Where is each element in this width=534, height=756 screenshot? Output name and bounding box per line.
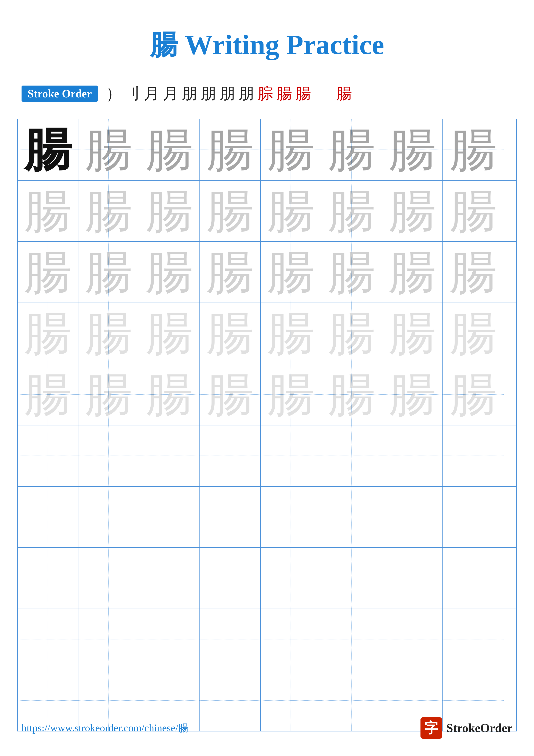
grid-cell-3-7[interactable]: 腸 (382, 242, 443, 303)
grid-cell-7-3[interactable] (139, 487, 200, 547)
practice-char: 腸 (206, 310, 254, 357)
stroke-3: 月 (144, 83, 159, 104)
grid-cell-3-6[interactable]: 腸 (321, 242, 382, 303)
grid-cell-6-8[interactable] (443, 425, 504, 486)
practice-char: 腸 (85, 249, 132, 296)
practice-char: 腸 (146, 371, 193, 418)
grid-cell-4-3[interactable]: 腸 (139, 303, 200, 364)
footer-brand: 字 StrokeOrder (420, 717, 513, 739)
grid-cell-5-1[interactable]: 腸 (18, 364, 78, 425)
grid-cell-4-5[interactable]: 腸 (261, 303, 321, 364)
grid-cell-7-8[interactable] (443, 487, 504, 547)
grid-cell-9-7[interactable] (382, 609, 443, 670)
practice-char: 腸 (267, 187, 315, 235)
grid-cell-1-5[interactable]: 腸 (261, 120, 321, 180)
grid-cell-5-6[interactable]: 腸 (321, 364, 382, 425)
grid-cell-2-7[interactable]: 腸 (382, 180, 443, 241)
grid-cell-9-3[interactable] (139, 609, 200, 670)
grid-cell-6-3[interactable] (139, 425, 200, 486)
grid-cell-1-7[interactable]: 腸 (382, 120, 443, 180)
grid-cell-5-8[interactable]: 腸 (443, 364, 504, 425)
grid-cell-1-8[interactable]: 腸 (443, 120, 504, 180)
practice-char: 腸 (24, 310, 71, 357)
grid-cell-1-1[interactable]: 腸 (18, 120, 78, 180)
grid-cell-4-7[interactable]: 腸 (382, 303, 443, 364)
grid-cell-4-8[interactable]: 腸 (443, 303, 504, 364)
grid-cell-8-7[interactable] (382, 548, 443, 608)
grid-cell-2-3[interactable]: 腸 (139, 180, 200, 241)
practice-char: 腸 (24, 371, 71, 418)
brand-name: StrokeOrder (446, 721, 513, 735)
grid-cell-4-2[interactable]: 腸 (78, 303, 139, 364)
grid-cell-7-1[interactable] (18, 487, 78, 547)
grid-cell-6-1[interactable] (18, 425, 78, 486)
grid-cell-1-4[interactable]: 腸 (200, 120, 261, 180)
grid-cell-3-2[interactable]: 腸 (78, 242, 139, 303)
grid-cell-4-6[interactable]: 腸 (321, 303, 382, 364)
grid-cell-6-2[interactable] (78, 425, 139, 486)
grid-cell-2-1[interactable]: 腸 (18, 180, 78, 241)
grid-cell-1-2[interactable]: 腸 (78, 120, 139, 180)
grid-cell-2-4[interactable]: 腸 (200, 180, 261, 241)
grid-cell-7-4[interactable] (200, 487, 261, 547)
grid-cell-1-3[interactable]: 腸 (139, 120, 200, 180)
grid-cell-8-4[interactable] (200, 548, 261, 608)
practice-char: 腸 (449, 126, 497, 174)
practice-char: 腸 (85, 126, 132, 174)
grid-cell-3-4[interactable]: 腸 (200, 242, 261, 303)
practice-char: 腸 (389, 310, 436, 357)
title-character: 腸 (150, 29, 178, 60)
grid-cell-3-1[interactable]: 腸 (18, 242, 78, 303)
grid-cell-6-7[interactable] (382, 425, 443, 486)
grid-cell-5-5[interactable]: 腸 (261, 364, 321, 425)
stroke-9: 腙 (258, 83, 273, 104)
grid-cell-9-8[interactable] (443, 609, 504, 670)
practice-char: 腸 (267, 126, 315, 174)
practice-char: 腸 (328, 310, 375, 357)
grid-cell-5-2[interactable]: 腸 (78, 364, 139, 425)
stroke-8: 朋 (239, 83, 254, 104)
grid-cell-2-6[interactable]: 腸 (321, 180, 382, 241)
grid-cell-8-3[interactable] (139, 548, 200, 608)
grid-cell-8-6[interactable] (321, 548, 382, 608)
grid-cell-7-2[interactable] (78, 487, 139, 547)
grid-cell-9-4[interactable] (200, 609, 261, 670)
stroke-7: 朋 (220, 83, 235, 104)
grid-cell-5-3[interactable]: 腸 (139, 364, 200, 425)
grid-cell-9-1[interactable] (18, 609, 78, 670)
grid-cell-5-4[interactable]: 腸 (200, 364, 261, 425)
practice-char: 腸 (24, 187, 71, 235)
grid-cell-9-5[interactable] (261, 609, 321, 670)
grid-cell-7-7[interactable] (382, 487, 443, 547)
grid-cell-3-5[interactable]: 腸 (261, 242, 321, 303)
grid-row-3: 腸 腸 腸 腸 腸 腸 腸 腸 (18, 242, 516, 303)
grid-cell-2-5[interactable]: 腸 (261, 180, 321, 241)
grid-cell-1-6[interactable]: 腸 (321, 120, 382, 180)
grid-cell-8-5[interactable] (261, 548, 321, 608)
grid-cell-8-1[interactable] (18, 548, 78, 608)
grid-cell-8-2[interactable] (78, 548, 139, 608)
practice-char: 腸 (449, 187, 497, 235)
grid-cell-9-2[interactable] (78, 609, 139, 670)
grid-cell-9-6[interactable] (321, 609, 382, 670)
grid-cell-7-6[interactable] (321, 487, 382, 547)
grid-cell-5-7[interactable]: 腸 (382, 364, 443, 425)
practice-char: 腸 (328, 371, 375, 418)
brand-icon-char: 字 (424, 719, 438, 738)
grid-cell-2-2[interactable]: 腸 (78, 180, 139, 241)
grid-cell-8-8[interactable] (443, 548, 504, 608)
grid-row-2: 腸 腸 腸 腸 腸 腸 腸 腸 (18, 180, 516, 242)
practice-char: 腸 (328, 249, 375, 296)
grid-cell-6-5[interactable] (261, 425, 321, 486)
grid-cell-3-8[interactable]: 腸 (443, 242, 504, 303)
grid-cell-6-4[interactable] (200, 425, 261, 486)
grid-cell-4-1[interactable]: 腸 (18, 303, 78, 364)
stroke-order-section: Stroke Order ） 刂 月 月 朋 朋 朋 朋 腙 腸 腸 腸 (0, 77, 534, 110)
grid-cell-6-6[interactable] (321, 425, 382, 486)
practice-char: 腸 (24, 249, 71, 296)
footer-url[interactable]: https://www.strokeorder.com/chinese/腸 (21, 721, 189, 735)
grid-cell-4-4[interactable]: 腸 (200, 303, 261, 364)
grid-cell-7-5[interactable] (261, 487, 321, 547)
grid-cell-2-8[interactable]: 腸 (443, 180, 504, 241)
grid-cell-3-3[interactable]: 腸 (139, 242, 200, 303)
